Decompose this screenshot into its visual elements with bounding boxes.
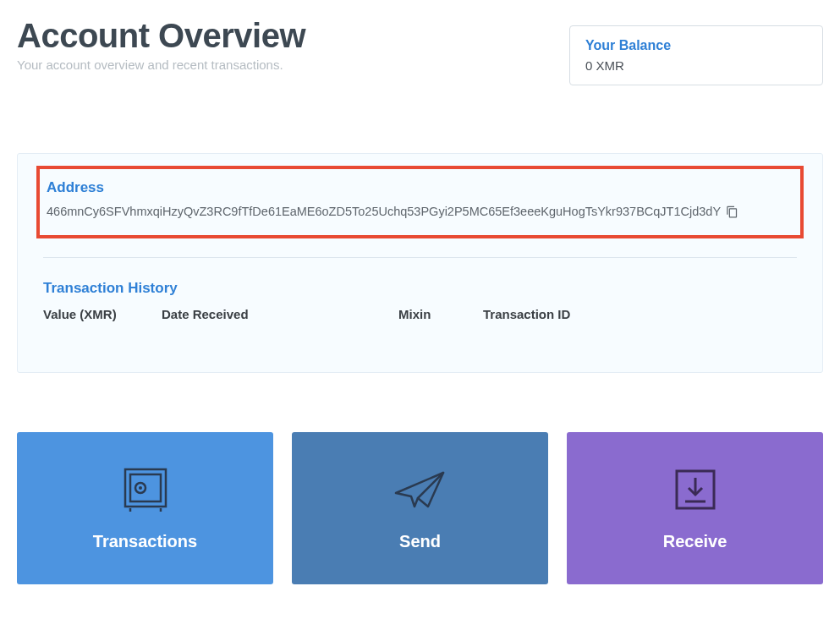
page-title: Account Overview: [17, 17, 305, 54]
col-header-date: Date Received: [162, 307, 398, 321]
receive-card[interactable]: Receive: [567, 432, 823, 584]
safe-icon: [118, 466, 173, 513]
balance-value: 0 XMR: [585, 58, 807, 73]
address-value: 466mnCy6SFVhmxqiHzyQvZ3RC9fTfDe61EaME6oZ…: [47, 205, 721, 218]
balance-card: Your Balance 0 XMR: [569, 25, 823, 85]
header-row: Account Overview Your account overview a…: [17, 17, 823, 85]
tx-history-label: Transaction History: [43, 280, 797, 297]
paper-plane-icon: [391, 466, 450, 513]
col-header-mixin: Mixin: [398, 307, 483, 321]
tx-history-headers: Value (XMR) Date Received Mixin Transact…: [43, 307, 797, 321]
transactions-label: Transactions: [93, 532, 197, 551]
transactions-card[interactable]: Transactions: [17, 432, 273, 584]
col-header-value: Value (XMR): [43, 307, 162, 321]
address-line: 466mnCy6SFVhmxqiHzyQvZ3RC9fTfDe61EaME6oZ…: [47, 205, 793, 218]
copy-icon[interactable]: [726, 205, 738, 218]
address-label: Address: [47, 179, 793, 196]
col-header-txid: Transaction ID: [483, 307, 797, 321]
page-subtitle: Your account overview and recent transac…: [17, 58, 305, 72]
divider: [43, 257, 797, 258]
svg-line-6: [418, 473, 443, 498]
send-label: Send: [399, 532, 441, 551]
send-card[interactable]: Send: [292, 432, 548, 584]
receive-label: Receive: [663, 532, 727, 551]
action-row: Transactions Send Receive: [17, 432, 823, 584]
balance-label: Your Balance: [585, 38, 807, 53]
svg-point-3: [139, 486, 142, 490]
download-icon: [672, 466, 719, 513]
main-panel: Address 466mnCy6SFVhmxqiHzyQvZ3RC9fTfDe6…: [17, 153, 823, 373]
title-block: Account Overview Your account overview a…: [17, 17, 305, 72]
address-block-highlight: Address 466mnCy6SFVhmxqiHzyQvZ3RC9fTfDe6…: [36, 166, 804, 238]
